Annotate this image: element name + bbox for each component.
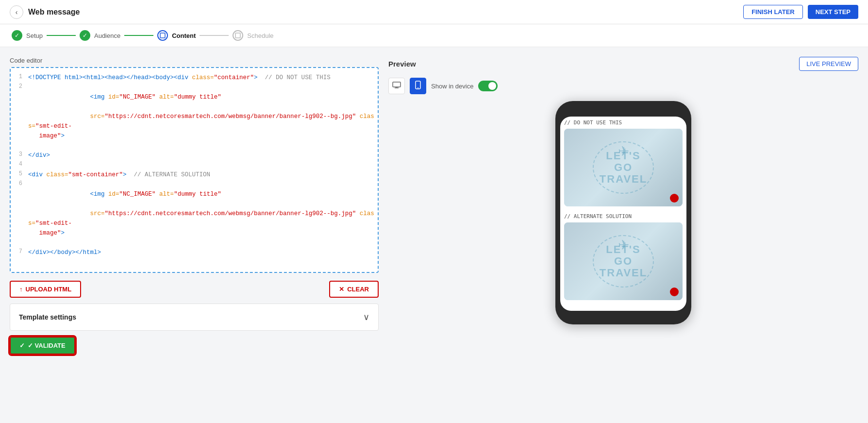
editor-section: Code editor 1 <!DOCTYPE html><html><head… — [10, 57, 379, 273]
live-preview-button[interactable]: LIVE PREVIEW — [799, 57, 858, 71]
red-circle-2 — [670, 288, 679, 296]
step-label-audience: Audience — [94, 32, 120, 39]
travel-image-1: ✈ LET'SGOTRAVEL — [564, 129, 683, 206]
phone-notch — [604, 108, 643, 113]
step-content: Content — [157, 30, 196, 41]
chevron-down-icon: ∨ — [363, 312, 369, 322]
upload-icon: ↑ — [19, 286, 23, 293]
phone-comment-2: // ALTERNATE SOLUTION — [560, 210, 686, 222]
back-button[interactable]: ‹ — [10, 5, 23, 19]
travel-image-2: ✈ LET'SGOTRAVEL — [564, 222, 683, 300]
stepper: ✓ Setup ✓ Audience Content Schedule — [0, 24, 868, 47]
phone-image-card-2: ✈ LET'SGOTRAVEL — [564, 222, 683, 300]
code-line-3: 3 </div> — [11, 151, 378, 160]
phone-screen: // DO NOT USE THIS ✈ LET'SGOTRAVEL // AL… — [560, 117, 686, 311]
step-schedule: Schedule — [233, 30, 273, 41]
top-bar: ‹ Web message FINISH LATER NEXT STEP — [0, 0, 868, 24]
page-title: Web message — [28, 8, 80, 17]
svg-rect-1 — [235, 33, 240, 38]
mobile-icon — [415, 81, 421, 91]
left-panel: Code editor 1 <!DOCTYPE html><html><head… — [10, 57, 379, 412]
phone-image-card-1: ✈ LET'SGOTRAVEL — [564, 129, 683, 206]
main-content: Code editor 1 <!DOCTYPE html><html><head… — [0, 47, 868, 422]
svg-rect-2 — [393, 82, 401, 87]
top-bar-left: ‹ Web message — [10, 5, 80, 19]
step-icon-setup: ✓ — [12, 30, 22, 41]
code-editor[interactable]: 1 <!DOCTYPE html><html><head></head><bod… — [11, 68, 378, 272]
code-line-6: 6 <img id="NC_IMAGE" alt="dummy title" s… — [11, 180, 378, 248]
phone-mockup: // DO NOT USE THIS ✈ LET'SGOTRAVEL // AL… — [555, 101, 691, 324]
desktop-view-button[interactable] — [388, 78, 405, 94]
travel-text-1: LET'SGOTRAVEL — [593, 141, 654, 194]
step-icon-content — [157, 30, 168, 41]
template-settings-title: Template settings — [19, 313, 76, 321]
editor-title: Code editor — [10, 57, 379, 64]
code-editor-wrapper: 1 <!DOCTYPE html><html><head></head><bod… — [10, 67, 379, 273]
step-line-2 — [124, 35, 153, 36]
validate-button[interactable]: ✓ ✓ VALIDATE — [10, 337, 75, 355]
show-in-device-label: Show in device — [431, 83, 473, 90]
code-line-7: 7 </div></body></html> — [11, 248, 378, 257]
svg-point-6 — [417, 87, 418, 88]
times-icon: ✕ — [339, 286, 344, 293]
check-icon: ✓ — [19, 342, 25, 349]
validate-section: ✓ ✓ VALIDATE — [10, 337, 379, 355]
step-label-content: Content — [172, 32, 196, 39]
code-line-5: 5 <div class="smt-container"> // ALTERNA… — [11, 170, 378, 180]
step-label-setup: Setup — [26, 32, 43, 39]
code-line-2: 2 <img id="NC_IMAGE" alt="dummy title" s… — [11, 83, 378, 151]
finish-later-button[interactable]: FINISH LATER — [743, 5, 803, 19]
red-circle-1 — [670, 194, 679, 203]
step-line-3 — [200, 35, 229, 36]
device-selector: Show in device — [388, 78, 858, 94]
code-line-4: 4 — [11, 160, 378, 170]
top-bar-actions: FINISH LATER NEXT STEP — [743, 5, 858, 19]
next-step-button[interactable]: NEXT STEP — [808, 5, 858, 19]
desktop-icon — [392, 82, 401, 90]
step-icon-audience: ✓ — [80, 30, 90, 41]
step-line-1 — [47, 35, 76, 36]
preview-header: Preview LIVE PREVIEW — [388, 57, 858, 71]
code-actions: ↑ UPLOAD HTML ✕ CLEAR — [10, 281, 379, 298]
travel-text-2: LET'SGOTRAVEL — [593, 235, 654, 288]
template-settings[interactable]: Template settings ∨ — [10, 304, 379, 331]
mobile-view-button[interactable] — [410, 78, 426, 94]
step-setup: ✓ Setup — [12, 30, 43, 41]
svg-rect-0 — [160, 33, 165, 38]
clear-button[interactable]: ✕ CLEAR — [329, 281, 379, 298]
step-icon-schedule — [233, 30, 243, 41]
code-line-1: 1 <!DOCTYPE html><html><head></head><bod… — [11, 73, 378, 83]
show-in-device-toggle[interactable] — [478, 81, 498, 91]
step-audience: ✓ Audience — [80, 30, 120, 41]
right-panel: Preview LIVE PREVIEW Show in device — [379, 57, 858, 412]
preview-title: Preview — [388, 60, 416, 68]
phone-comment-1: // DO NOT USE THIS — [560, 117, 686, 129]
upload-html-button[interactable]: ↑ UPLOAD HTML — [10, 281, 81, 298]
step-label-schedule: Schedule — [247, 32, 273, 39]
